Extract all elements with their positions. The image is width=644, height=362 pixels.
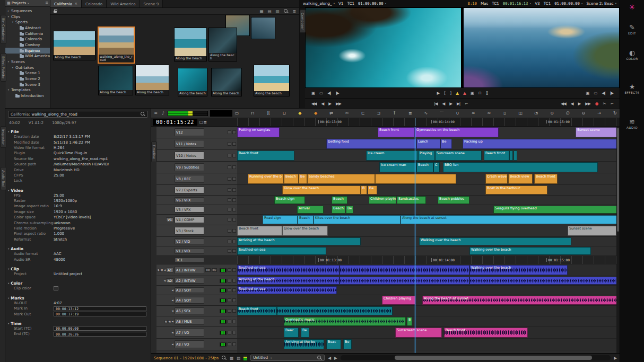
timeline-clip[interactable]: Ice cream man: [379, 162, 416, 172]
source-tc-format[interactable]: TC1: [347, 1, 354, 6]
track-button[interactable]: A4 / SOT: [175, 297, 204, 304]
timeline-clip[interactable]: Children playing: [369, 196, 396, 204]
inspector-section-audio[interactable]: ▾Audio: [8, 246, 148, 251]
timeline-clip[interactable]: Gymnastic music: [284, 317, 406, 326]
timeline-clip[interactable]: Suncream scene: [435, 151, 482, 161]
track-control[interactable]: [232, 249, 236, 253]
timeline-clip[interactable]: Arriving at the beach: [237, 237, 361, 245]
timeline-clip[interactable]: Putting on sunglas: [237, 127, 280, 137]
text-view-icon[interactable]: ▤: [268, 9, 272, 14]
workspace-audio[interactable]: ≋AUDIO: [620, 118, 644, 129]
timeline-clip[interactable]: Sandcastles: [397, 196, 426, 204]
timeline-clip[interactable]: BBQ fun: [443, 162, 598, 172]
timeline-clip[interactable]: Gymnastics on the beach: [415, 127, 499, 137]
play-forward-button[interactable]: ▶: [449, 101, 452, 106]
source-timecode[interactable]: 01:00:00:00▾: [358, 1, 386, 6]
locator-yellow-icon[interactable]: ◆: [298, 111, 302, 116]
timeline-clip[interactable]: Crash wave: [485, 174, 508, 184]
track-control[interactable]: [228, 229, 231, 233]
timeline-clip[interactable]: Ice cream: [366, 151, 418, 161]
workspace-edit[interactable]: ✎EDIT: [620, 23, 644, 35]
record-track-button[interactable]: V3: [535, 1, 540, 6]
record-monitor-image[interactable]: [463, 7, 620, 88]
tree-item-scene-3[interactable]: Scene 3: [5, 82, 50, 87]
timeline-clip[interactable]: Sunscream scene: [395, 328, 442, 338]
inspector-section-video[interactable]: ▾Video: [8, 188, 148, 193]
fast-forward-button[interactable]: ▶▶: [336, 101, 341, 106]
timeline-clip[interactable]: Children playing: [382, 296, 416, 305]
clip-thumbnail[interactable]: Along the beach: [211, 68, 242, 96]
clip-thumbnail[interactable]: walking_along_the_road: [98, 27, 135, 64]
extract-mode-icon[interactable]: ][: [266, 111, 271, 116]
timeline-clip[interactable]: Be: [368, 186, 377, 195]
record-rewind-button[interactable]: ◀◀: [561, 101, 566, 106]
timeline-clip[interactable]: Along the beach at sunset: [422, 296, 620, 305]
timeline-clip[interactable]: Road sign: [263, 215, 298, 224]
track-button[interactable]: V4 / COMP: [175, 216, 204, 223]
add-edit-scissors-button[interactable]: ✂: [603, 101, 605, 106]
bin-menu-icon[interactable]: ≣: [293, 9, 296, 14]
bin-frame-view[interactable]: walking_along_the_roadAlong the beachAlo…: [50, 15, 299, 108]
track-control[interactable]: [232, 320, 236, 323]
overwrite-button[interactable]: ▲: [463, 91, 466, 95]
track-control[interactable]: [228, 279, 231, 282]
close-icon[interactable]: ×: [74, 2, 77, 6]
step-forward-button[interactable]: ▶: [328, 101, 331, 106]
track-button[interactable]: V1 / VID: [175, 248, 204, 254]
trim-left-icon[interactable]: ⊏: [361, 111, 365, 116]
tree-item-wild-america[interactable]: Wild America: [5, 54, 50, 59]
timeline-clip[interactable]: Arrival: [297, 206, 324, 214]
clip-thumbnail[interactable]: [251, 17, 275, 39]
timeline-clip[interactable]: Lunch: [416, 139, 440, 149]
clip-thumbnail[interactable]: Along the beach: [174, 28, 207, 61]
dock-tab-inspector[interactable]: Inspector: [1, 126, 6, 148]
step-in-icon[interactable]: →: [597, 111, 602, 116]
segment-mode-icon[interactable]: ▭: [234, 111, 239, 116]
record-next-edit-button[interactable]: |▶: [610, 91, 613, 95]
exit-trim-button[interactable]: ⌐: [611, 101, 613, 106]
inspector-clip-field[interactable]: California: walking_along_the_road: [8, 111, 148, 118]
add-edit-icon[interactable]: ✂: [345, 111, 350, 116]
timeline-clip[interactable]: [509, 151, 513, 161]
tree-item-california[interactable]: California: [5, 31, 50, 37]
timeline-clip[interactable]: Beach pebbles: [438, 196, 469, 204]
track-control[interactable]: [232, 331, 236, 334]
track-button[interactable]: V3 / Stock: [175, 227, 204, 235]
io-duration[interactable]: 8:10: [468, 1, 477, 6]
field-value-box[interactable]: 00:00:17:19: [54, 312, 146, 316]
track-control[interactable]: [228, 240, 231, 243]
go-to-end-button[interactable]: ▶|: [457, 101, 460, 106]
timeline-fast-menu-icon[interactable]: ≡: [153, 111, 158, 116]
trim-right-icon[interactable]: ⊐: [376, 111, 381, 116]
timeline-clip[interactable]: Sunset scene: [576, 127, 619, 137]
project-grid-icon[interactable]: ▦: [7, 1, 11, 5]
tree-item-cowboy[interactable]: Cowboy: [5, 42, 50, 48]
inspector-section-color[interactable]: ▾Color: [8, 281, 148, 286]
track-button[interactable]: A5 / SFX: [175, 307, 204, 314]
speaker-icon[interactable]: ♪: [161, 111, 166, 116]
track-button[interactable]: V12: [175, 128, 204, 136]
lock-icon[interactable]: [54, 9, 57, 13]
timeline-clip[interactable]: Southed-on-sea: [237, 265, 340, 275]
timeline-clip[interactable]: Arriving at the be: [284, 339, 324, 349]
track-control[interactable]: [228, 249, 231, 253]
track-control[interactable]: [228, 288, 231, 292]
tree-item-out-takes[interactable]: ▾Out-takes: [5, 65, 50, 70]
clip-thumbnail[interactable]: Along the beach: [208, 28, 237, 61]
clip-thumbnail[interactable]: Along the beach: [178, 68, 207, 96]
bin-tab-colorado[interactable]: Colorado: [82, 0, 107, 7]
field-value-box[interactable]: 00:00:26:26: [54, 332, 146, 337]
media-composer-logo[interactable]: ✳: [620, 3, 644, 11]
tree-item-sports[interactable]: ▾Sports: [5, 19, 50, 25]
go-to-next-edit-button[interactable]: |▶: [335, 91, 338, 95]
track-control[interactable]: [228, 320, 231, 323]
track-control[interactable]: [232, 268, 236, 272]
splice-in-button[interactable]: ▲: [456, 91, 458, 95]
smart-tool-icon[interactable]: ≈: [486, 111, 491, 116]
workspace-color[interactable]: ◐COLOR: [620, 49, 644, 60]
bin-tab-california[interactable]: California×: [50, 0, 82, 7]
dock-tab-audio-tool[interactable]: Audio Tool: [1, 167, 6, 190]
track-control[interactable]: [232, 309, 236, 313]
tree-item-scene-2[interactable]: Scene 2: [5, 76, 50, 82]
track-button[interactable]: V7 / Experts: [175, 187, 204, 193]
